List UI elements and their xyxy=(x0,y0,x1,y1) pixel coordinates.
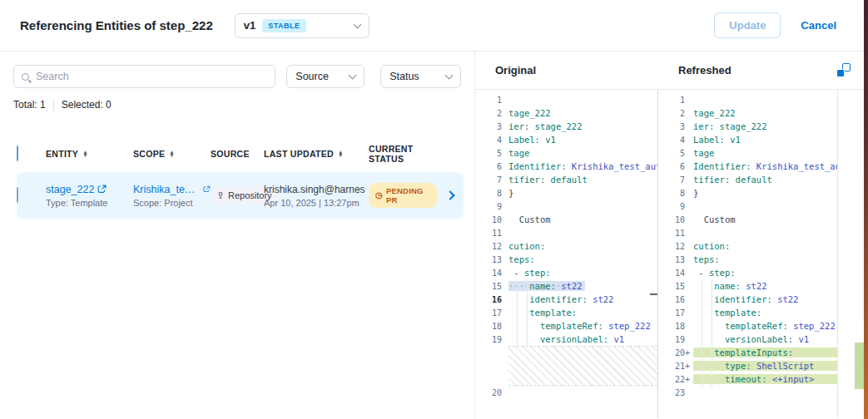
code-line: 3ier: stage_222 xyxy=(475,120,657,133)
totals-row: Total: 1 Selected: 0 xyxy=(13,99,474,111)
code-line: 2tage_222 xyxy=(475,106,657,120)
select-all-checkbox[interactable] xyxy=(17,145,18,161)
search-box xyxy=(13,65,275,88)
added-line-plus: + xyxy=(685,375,691,384)
code-line: 19 versionLabel: v1 xyxy=(658,333,864,346)
code-line: 1 xyxy=(475,93,657,106)
gutter-spacer xyxy=(685,149,691,158)
code-line: 17 template: xyxy=(475,306,657,319)
line-number: 2 xyxy=(480,109,502,118)
added-line-plus: + xyxy=(685,362,691,371)
gutter-spacer xyxy=(685,122,691,131)
code-line: 13teps: xyxy=(475,253,657,266)
line-number: 7 xyxy=(667,175,685,185)
column-last-updated: LAST UPDATED ▲▼ xyxy=(264,149,369,159)
line-number: 8 xyxy=(667,189,685,198)
row-expand-chevron[interactable] xyxy=(445,190,454,200)
line-number: 11 xyxy=(667,229,685,238)
updated-at: Apr 10, 2025 | 13:27pm xyxy=(264,198,369,208)
code-line: 9 xyxy=(658,200,864,213)
line-number: 10 xyxy=(667,215,685,224)
entity-link[interactable]: stage_222 xyxy=(46,184,94,195)
sort-icon[interactable]: ▲▼ xyxy=(169,150,175,158)
diff-section: Original Refreshed 12tage_2223ier: stage… xyxy=(474,52,864,419)
gutter-spacer xyxy=(685,109,691,118)
gutter-spacer xyxy=(685,215,691,224)
original-code-panel[interactable]: 12tage_2223ier: stage_2224Label: v15tage… xyxy=(475,90,658,418)
table-row[interactable]: stage_222 Type: Template Krishika_test_a… xyxy=(17,172,464,219)
line-number: 4 xyxy=(667,136,685,145)
column-scope: SCOPE ▲▼ xyxy=(133,149,211,159)
code-line: 22+ timeout: <+input> xyxy=(658,372,864,386)
modal-header: Referencing Entities of step_222 v1 STAB… xyxy=(0,0,868,52)
selected-count: Selected: 0 xyxy=(62,99,112,111)
stable-badge: STABLE xyxy=(262,19,305,32)
code-line: 20+ templateInputs: xyxy=(658,346,864,359)
line-number: 23 xyxy=(667,388,685,397)
line-number: 12 xyxy=(480,242,502,251)
line-number: 22 xyxy=(667,375,685,384)
referencing-entities-modal: Referencing Entities of step_222 v1 STAB… xyxy=(0,0,868,419)
original-panel-title: Original xyxy=(475,64,658,76)
line-number: 2 xyxy=(667,109,685,118)
page-title: Referencing Entities of step_222 xyxy=(20,18,213,32)
row-checkbox[interactable] xyxy=(17,187,18,203)
code-line: 18 templateRef: step_222 xyxy=(658,319,864,333)
line-number: 15 xyxy=(480,282,502,291)
code-line: 5tage xyxy=(475,146,657,160)
filters-toolbar: Source Status xyxy=(13,65,461,88)
gutter-spacer xyxy=(685,202,691,211)
scope-sub: Scope: Project xyxy=(133,198,211,208)
gutter-spacer xyxy=(685,136,691,145)
line-number: 6 xyxy=(667,162,685,171)
gutter-spacer xyxy=(685,255,691,264)
code-line: 16 identifier: st22 xyxy=(658,293,864,306)
background-page-edge xyxy=(864,0,868,419)
line-number: 11 xyxy=(480,229,502,238)
gutter-spacer xyxy=(685,295,691,304)
line-number: 15 xyxy=(667,282,685,291)
line-number: 1 xyxy=(480,96,502,105)
modified-line-marker xyxy=(650,293,657,295)
line-number: 14 xyxy=(667,269,685,278)
status-filter-select[interactable]: Status xyxy=(380,65,461,88)
copy-icon[interactable] xyxy=(836,63,851,78)
column-source: SOURCE xyxy=(211,149,264,159)
table-header: ENTITY ▲▼ SCOPE ▲▼ SOURCE LAST UPDATED ▲… xyxy=(17,142,464,165)
code-line: 7tifier: default xyxy=(475,173,657,186)
header-actions: Update Cancel xyxy=(714,12,836,38)
indent-guide xyxy=(702,279,702,387)
code-line: 5tage xyxy=(658,146,864,160)
code-line: 20 xyxy=(475,386,657,399)
line-number: 17 xyxy=(480,308,502,318)
sort-icon[interactable]: ▲▼ xyxy=(338,150,344,158)
code-line: 9 xyxy=(475,200,657,213)
line-number: 19 xyxy=(667,335,685,344)
line-number: 16 xyxy=(480,295,502,304)
code-line: 4Label: v1 xyxy=(475,133,657,146)
line-number: 13 xyxy=(480,255,502,264)
sort-icon[interactable]: ▲▼ xyxy=(82,150,88,158)
version-label: v1 xyxy=(244,19,255,32)
hidden-lines-placeholder xyxy=(508,346,657,386)
refreshed-code-panel[interactable]: 12tage_2223ier: stage_2224Label: v15tage… xyxy=(658,90,864,418)
code-line: 21+ type: ShellScript xyxy=(658,359,864,372)
updated-by: krishika.singh@harnes... xyxy=(264,184,365,195)
chevron-down-icon xyxy=(445,71,454,80)
chevron-down-icon xyxy=(349,71,357,80)
code-line: 2tage_222 xyxy=(658,106,864,120)
code-line: 8} xyxy=(475,186,657,200)
added-line-plus: + xyxy=(685,348,691,357)
scope-link[interactable]: Krishika_test_au... xyxy=(133,184,200,195)
entity-type: Type: Template xyxy=(46,198,133,208)
search-input[interactable] xyxy=(36,71,275,82)
diff-header: Original Refreshed xyxy=(475,52,864,90)
overview-ruler[interactable] xyxy=(837,90,864,418)
gutter-spacer xyxy=(685,335,691,344)
line-number: 6 xyxy=(480,162,502,171)
version-select[interactable]: v1 STABLE xyxy=(235,13,370,38)
code-line: 4Label: v1 xyxy=(658,133,864,146)
cancel-button[interactable]: Cancel xyxy=(801,19,836,32)
source-filter-select[interactable]: Source xyxy=(286,65,365,88)
update-button[interactable]: Update xyxy=(714,12,781,38)
